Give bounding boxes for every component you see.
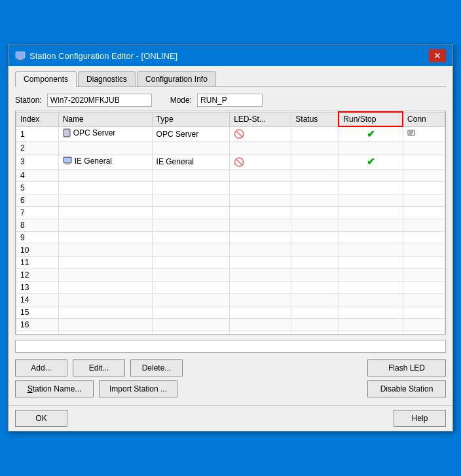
cell-conn bbox=[403, 126, 445, 142]
led-off-icon: 🚫 bbox=[234, 129, 244, 139]
cell-type bbox=[152, 142, 230, 155]
window-body: Components Diagnostics Configuration Inf… bbox=[9, 66, 452, 403]
col-name: Name bbox=[58, 112, 152, 126]
edit-button[interactable]: Edit... bbox=[73, 359, 125, 376]
close-button[interactable]: ✕ bbox=[429, 49, 446, 62]
cell-name: OPC Server bbox=[58, 126, 152, 142]
help-button[interactable]: Help bbox=[394, 410, 446, 427]
cell-runstop: ✔ bbox=[339, 155, 403, 170]
title-bar-left: Station Configuration Editor - [ONLINE] bbox=[15, 50, 177, 61]
svg-rect-0 bbox=[16, 52, 25, 58]
table-row[interactable]: 14 bbox=[16, 294, 445, 306]
conn-icon bbox=[407, 129, 416, 137]
tab-bar: Components Diagnostics Configuration Inf… bbox=[15, 71, 446, 87]
table-row[interactable]: 1 OPC Server bbox=[16, 126, 445, 142]
cell-index: 14 bbox=[16, 294, 59, 306]
cell-led: 🚫 bbox=[230, 155, 291, 170]
table-row[interactable]: 3 IE General bbox=[16, 155, 445, 170]
col-conn: Conn bbox=[403, 112, 445, 126]
cell-runstop: ✔ bbox=[339, 126, 403, 142]
delete-button[interactable]: Delete... bbox=[130, 359, 183, 376]
cell-type: OPC Server bbox=[152, 126, 230, 142]
cell-index: 16 bbox=[16, 319, 59, 331]
table-row[interactable]: 10 bbox=[16, 244, 445, 257]
import-station-button[interactable]: Import Station ... bbox=[99, 380, 177, 397]
cell-name bbox=[58, 142, 152, 155]
table-row[interactable]: 9 bbox=[16, 232, 445, 244]
disable-station-button[interactable]: Disable Station bbox=[367, 380, 446, 397]
cell-led bbox=[230, 142, 291, 155]
station-name-label: tation Name... bbox=[33, 384, 82, 394]
svg-rect-13 bbox=[66, 163, 69, 164]
runstop-check-icon: ✔ bbox=[367, 156, 375, 167]
table-header-row: Index Name Type LED-St... Status Run/Sto… bbox=[16, 112, 445, 126]
table-row[interactable]: 6 bbox=[16, 194, 445, 207]
table-row[interactable]: 4 bbox=[16, 170, 445, 182]
table-row[interactable]: 8 bbox=[16, 219, 445, 232]
ok-button[interactable]: OK bbox=[15, 410, 67, 427]
mode-input[interactable] bbox=[197, 94, 263, 107]
station-row: Station: Mode: bbox=[15, 94, 446, 107]
station-input[interactable] bbox=[47, 94, 152, 107]
table-row[interactable]: 15 bbox=[16, 306, 445, 319]
col-status: Status bbox=[291, 112, 339, 126]
table-row[interactable]: 5 bbox=[16, 182, 445, 194]
table-row[interactable]: 11 bbox=[16, 257, 445, 269]
cell-runstop bbox=[339, 142, 403, 155]
table-scroll[interactable]: Index Name Type LED-St... Status Run/Sto… bbox=[16, 111, 445, 334]
server-icon bbox=[63, 128, 71, 137]
cell-index: 4 bbox=[16, 170, 59, 182]
progress-bar bbox=[15, 340, 446, 353]
table-row[interactable]: 17 bbox=[16, 331, 445, 335]
components-table: Index Name Type LED-St... Status Run/Sto… bbox=[16, 111, 445, 334]
runstop-check-icon: ✔ bbox=[367, 128, 375, 139]
cell-index: 7 bbox=[16, 207, 59, 219]
svg-rect-14 bbox=[65, 164, 70, 165]
svg-rect-5 bbox=[64, 132, 69, 134]
table-row[interactable]: 13 bbox=[16, 282, 445, 294]
add-button[interactable]: Add... bbox=[15, 359, 67, 376]
cell-index: 1 bbox=[16, 126, 59, 142]
station-name-button[interactable]: Station Name... bbox=[15, 380, 94, 397]
table-row[interactable]: 12 bbox=[16, 269, 445, 282]
cell-status bbox=[291, 155, 339, 170]
main-window: Station Configuration Editor - [ONLINE] … bbox=[8, 45, 453, 431]
table-row[interactable]: 16 bbox=[16, 319, 445, 331]
tab-diagnostics[interactable]: Diagnostics bbox=[78, 71, 136, 86]
station-label: Station: bbox=[15, 96, 42, 105]
col-index: Index bbox=[16, 112, 59, 126]
svg-rect-1 bbox=[18, 58, 22, 60]
tab-configuration-info[interactable]: Configuration Info bbox=[137, 71, 216, 86]
cell-index: 9 bbox=[16, 232, 59, 244]
tab-components[interactable]: Components bbox=[15, 71, 77, 87]
table-row[interactable]: 2 bbox=[16, 142, 445, 155]
table-body: 1 OPC Server bbox=[16, 126, 445, 334]
components-table-container: Index Name Type LED-St... Status Run/Sto… bbox=[15, 111, 446, 335]
mode-label: Mode: bbox=[170, 96, 192, 105]
svg-rect-12 bbox=[64, 158, 71, 162]
cell-type: IE General bbox=[152, 155, 230, 170]
col-led: LED-St... bbox=[230, 112, 291, 126]
cell-index: 10 bbox=[16, 244, 59, 257]
cell-name: IE General bbox=[58, 155, 152, 170]
monitor-icon bbox=[63, 156, 72, 165]
led-off-icon: 🚫 bbox=[234, 157, 244, 167]
cell-status bbox=[291, 142, 339, 155]
cell-index: 8 bbox=[16, 219, 59, 232]
cell-index: 5 bbox=[16, 182, 59, 194]
cell-index: 13 bbox=[16, 282, 59, 294]
cell-index: 3 bbox=[16, 155, 59, 170]
cell-index: 6 bbox=[16, 194, 59, 207]
flash-led-button[interactable]: Flash LED bbox=[367, 359, 446, 376]
svg-rect-2 bbox=[17, 60, 24, 60]
cell-index: 12 bbox=[16, 269, 59, 282]
table-row[interactable]: 7 bbox=[16, 207, 445, 219]
col-type: Type bbox=[152, 112, 230, 126]
cell-status bbox=[291, 126, 339, 142]
cell-conn bbox=[403, 155, 445, 170]
button-row-2: Station Name... Import Station ... Disab… bbox=[15, 380, 446, 397]
button-row-1: Add... Edit... Delete... Flash LED bbox=[15, 359, 446, 376]
svg-rect-6 bbox=[64, 134, 69, 136]
col-runstop: Run/Stop bbox=[339, 112, 403, 126]
cell-index: 11 bbox=[16, 257, 59, 269]
